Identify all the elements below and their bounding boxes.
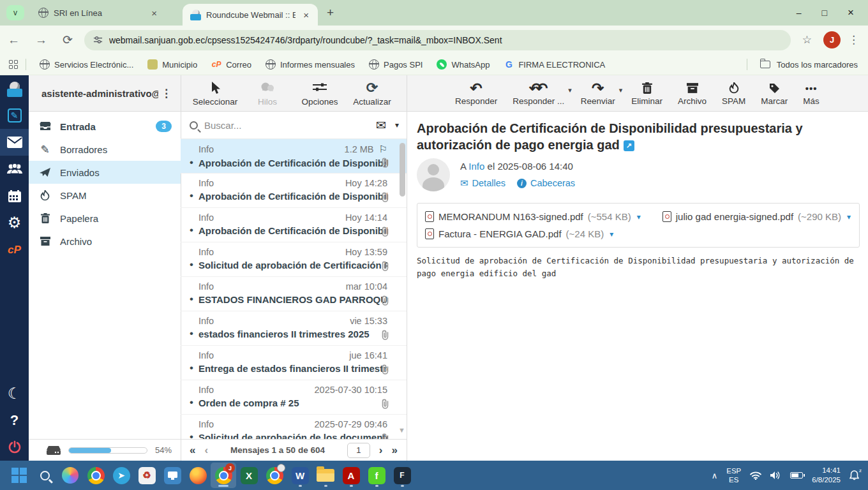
- message-row[interactable]: InfoHoy 14:14 •Aprobación de Certificaci…: [181, 208, 407, 242]
- logout-button[interactable]: [0, 434, 29, 461]
- tab-search-button[interactable]: v: [6, 5, 24, 20]
- attachment-name[interactable]: MEMORANDUM N163-signed.pdf: [438, 211, 583, 222]
- prev-page-button[interactable]: ‹: [204, 444, 208, 457]
- first-page-button[interactable]: «: [190, 444, 195, 457]
- window-maximize-button[interactable]: □: [822, 8, 827, 18]
- message-row[interactable]: Infomar 10:04 •ESTADOS FINANCIEROS GAD P…: [181, 277, 407, 311]
- attachment-menu-caret-icon[interactable]: ▾: [610, 230, 613, 239]
- start-button[interactable]: [6, 463, 32, 488]
- chrome-profile-j-button[interactable]: J: [211, 463, 236, 488]
- attachment-item[interactable]: Factura - ENERGIA GAD.pdf (~24 KB) ▾: [425, 225, 851, 242]
- copilot-button[interactable]: [57, 463, 83, 488]
- list-scrollbar-down-icon[interactable]: ▼: [398, 426, 405, 434]
- folder-borradores[interactable]: ✎ Borradores: [29, 138, 181, 161]
- new-tab-button[interactable]: +: [318, 6, 343, 20]
- search-scope-envelope-icon[interactable]: ✉: [376, 118, 386, 133]
- list-scrollbar-thumb[interactable]: [400, 143, 405, 197]
- apps-grid-icon[interactable]: [9, 60, 18, 69]
- firefox-button[interactable]: [185, 463, 211, 488]
- refresh-button[interactable]: ⟳ Actualizar: [349, 80, 395, 107]
- calendar-nav-button[interactable]: [0, 182, 29, 209]
- mark-button[interactable]: Marcar: [754, 80, 794, 106]
- tab-close-icon[interactable]: ×: [301, 10, 311, 20]
- folder-archivo[interactable]: Archivo: [29, 230, 181, 253]
- bookmark-informes[interactable]: Informes mensuales: [258, 59, 362, 70]
- delete-button[interactable]: Eliminar: [625, 80, 669, 106]
- wifi-icon[interactable]: [750, 471, 761, 480]
- bookmark-municipio[interactable]: Municipio: [140, 59, 204, 70]
- back-button[interactable]: ←: [0, 33, 27, 47]
- tab-close-icon[interactable]: ×: [149, 8, 160, 19]
- taskbar-search-button[interactable]: [32, 463, 57, 488]
- search-options-chevron-icon[interactable]: ▾: [395, 121, 399, 130]
- details-toggle[interactable]: ✉Detalles: [460, 177, 505, 189]
- notification-bell-icon[interactable]: z: [849, 470, 859, 480]
- page-number-input[interactable]: [347, 443, 370, 458]
- acrobat-button[interactable]: A: [338, 463, 364, 488]
- contacts-nav-button[interactable]: [0, 156, 29, 182]
- address-bar[interactable]: webmail.sanjuan.gob.ec/cpsess1525424746/…: [84, 30, 791, 50]
- headers-toggle[interactable]: iCabeceras: [517, 178, 575, 188]
- tab-sri-en-linea[interactable]: SRI en Línea ×: [31, 2, 166, 24]
- window-close-button[interactable]: ×: [848, 6, 854, 19]
- forward-caret-icon[interactable]: ▾: [619, 86, 623, 94]
- volume-icon[interactable]: [770, 471, 781, 480]
- folder-enviados[interactable]: Enviados: [29, 161, 181, 184]
- message-row[interactable]: InfoHoy 13:59 •Solicitud de aprobación d…: [181, 242, 407, 277]
- attachment-menu-caret-icon[interactable]: ▾: [847, 212, 851, 221]
- folder-entrada[interactable]: Entrada 3: [29, 115, 181, 138]
- browser-profile-avatar[interactable]: J: [823, 31, 841, 48]
- reply-button[interactable]: ↶ Responder: [449, 80, 504, 106]
- bookmark-servicios[interactable]: Servicios Electrónic...: [33, 59, 140, 70]
- telegram-button[interactable]: ➤: [108, 463, 134, 488]
- word-button[interactable]: W: [287, 463, 313, 488]
- dark-mode-button[interactable]: ☾: [0, 380, 29, 407]
- recipient-link[interactable]: Info: [468, 161, 484, 172]
- attachment-name[interactable]: julio gad energia-signed.pdf: [676, 211, 793, 222]
- excel-button[interactable]: X: [236, 463, 262, 488]
- recycle-app-button[interactable]: ♻: [134, 463, 160, 488]
- tab-roundcube-webmail[interactable]: Roundcube Webmail :: Enviados ×: [183, 4, 318, 26]
- cpanel-button[interactable]: cP: [0, 236, 29, 263]
- search-input[interactable]: [204, 120, 370, 131]
- all-bookmarks-button[interactable]: Todos los marcadores: [747, 59, 868, 70]
- browser-menu-icon[interactable]: ⋮: [846, 33, 868, 47]
- attachment-item[interactable]: julio gad energia-signed.pdf (~290 KB) ▾: [662, 208, 851, 225]
- site-info-icon[interactable]: [93, 35, 103, 45]
- bookmark-whatsapp[interactable]: WhatsApp: [430, 59, 497, 70]
- facturero-button[interactable]: f: [364, 463, 389, 488]
- message-row[interactable]: InfoHoy 14:28 •Aprobación de Certificaci…: [181, 174, 407, 208]
- language-indicator[interactable]: ESPES: [726, 466, 741, 485]
- message-row[interactable]: Info2025-07-30 10:15 •Orden de compra # …: [181, 380, 407, 415]
- chrome-button[interactable]: [83, 463, 108, 488]
- folder-spam[interactable]: SPAM: [29, 184, 181, 207]
- options-button[interactable]: Opciones: [297, 80, 343, 107]
- bookmark-correo[interactable]: cPCorreo: [204, 59, 258, 70]
- reload-button[interactable]: ⟳: [55, 33, 80, 47]
- next-page-button[interactable]: ›: [379, 444, 383, 457]
- bookmark-firma-electronica[interactable]: GFIRMA ELECTRONICA: [497, 59, 612, 70]
- clock[interactable]: 14:416/8/2025: [812, 466, 841, 485]
- compose-button[interactable]: ✎: [0, 102, 29, 129]
- filezilla-button[interactable]: F: [389, 463, 415, 488]
- archive-button[interactable]: Archivo: [671, 80, 713, 106]
- settings-nav-button[interactable]: ⚙: [0, 209, 29, 236]
- open-in-new-window-icon[interactable]: ↗: [624, 140, 634, 151]
- more-button[interactable]: ••• Más: [797, 80, 826, 106]
- remote-desktop-button[interactable]: [160, 463, 185, 488]
- bookmark-pagos-spi[interactable]: Pagos SPI: [362, 59, 430, 70]
- last-page-button[interactable]: »: [392, 444, 398, 457]
- reply-all-button[interactable]: ↶↶ Responder ...: [506, 80, 571, 106]
- reply-all-caret-icon[interactable]: ▾: [568, 86, 572, 94]
- message-row[interactable]: Info1.2 MB⚐ •Aprobación de Certificación…: [181, 139, 407, 174]
- file-explorer-button[interactable]: [313, 463, 338, 488]
- mail-nav-button[interactable]: [0, 129, 29, 156]
- message-row[interactable]: Infovie 15:33 •estados financieros II tr…: [181, 311, 407, 346]
- chrome-profile-2-button[interactable]: [262, 463, 287, 488]
- select-button[interactable]: Seleccionar: [192, 80, 238, 107]
- account-menu-icon[interactable]: ⋮: [158, 85, 174, 101]
- help-button[interactable]: ?: [0, 407, 29, 434]
- attachment-name[interactable]: Factura - ENERGIA GAD.pdf: [438, 228, 562, 239]
- window-minimize-button[interactable]: –: [797, 8, 802, 18]
- forward-button[interactable]: ↷ Reenviar: [574, 80, 622, 106]
